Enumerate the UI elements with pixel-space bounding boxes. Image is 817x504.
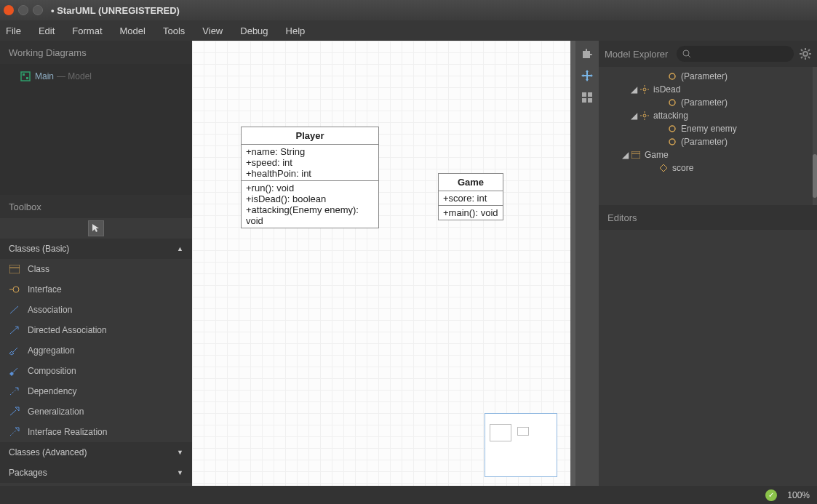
menu-help[interactable]: Help: [286, 25, 306, 36]
tree-node-icon: [639, 84, 650, 95]
status-ok-icon[interactable]: ✓: [765, 489, 777, 501]
svg-line-11: [10, 388, 17, 395]
minimap-shape: [517, 427, 529, 436]
toolbox-list-basic: Class Interface Association Directed Ass…: [0, 259, 192, 442]
svg-point-35: [669, 100, 675, 105]
toolbox-item-composition[interactable]: Composition: [0, 361, 192, 381]
tree-node-icon: [631, 150, 641, 160]
canvas-area[interactable]: Player +name: String +speed: int +health…: [192, 41, 575, 486]
tree-row[interactable]: ◢Game: [599, 148, 817, 161]
tree-node-icon: [667, 124, 677, 134]
toolbox-item-interface[interactable]: Interface: [0, 279, 192, 300]
tree-row[interactable]: (Parameter): [599, 135, 817, 148]
svg-point-18: [683, 50, 689, 56]
scrollbar[interactable]: [813, 67, 817, 205]
tree-node-icon: [658, 163, 669, 173]
class-icon: [9, 263, 20, 275]
side-toolbar: [575, 41, 599, 486]
zoom-level[interactable]: 100%: [787, 490, 810, 500]
model-explorer-tree[interactable]: (Parameter)◢isDead(Parameter)◢attackingE…: [599, 67, 817, 205]
svg-line-27: [808, 49, 810, 51]
svg-rect-43: [631, 151, 640, 159]
tree-row[interactable]: ◢isDead: [599, 83, 817, 96]
search-box[interactable]: [677, 46, 794, 62]
toolbox-item-aggregation[interactable]: Aggregation: [0, 340, 192, 361]
svg-rect-1: [23, 73, 25, 76]
chevron-down-icon: ▼: [177, 469, 183, 476]
toolbox-item-generalization[interactable]: Generalization: [0, 401, 192, 422]
diagram-icon: [20, 71, 31, 81]
svg-line-26: [808, 57, 810, 58]
maximize-icon[interactable]: [33, 5, 43, 15]
close-icon[interactable]: [4, 5, 14, 15]
menu-format[interactable]: Format: [72, 25, 102, 36]
tree-label: (Parameter): [681, 137, 728, 147]
chevron-down-icon: ▼: [177, 449, 183, 456]
toolbox-section-packages[interactable]: Packages ▼: [0, 463, 192, 483]
menu-debug[interactable]: Debug: [240, 25, 268, 36]
grid-button[interactable]: [578, 89, 596, 106]
toolbox-section-basic[interactable]: Classes (Basic) ▲: [0, 239, 192, 259]
menu-file[interactable]: File: [6, 25, 21, 36]
minimap-shape: [490, 424, 511, 441]
generalization-icon: [9, 406, 20, 417]
grid-icon: [582, 92, 592, 103]
svg-point-20: [803, 52, 808, 56]
tree-row[interactable]: ◢attacking: [599, 109, 817, 122]
tree-label: score: [672, 163, 693, 173]
cursor-tool[interactable]: [88, 220, 104, 236]
tree-row[interactable]: Enemy enemy: [599, 122, 817, 135]
editors-header: Editors: [599, 205, 817, 230]
navigate-button[interactable]: [578, 67, 596, 84]
working-diagrams-header: Working Diagrams: [0, 41, 192, 64]
search-input[interactable]: [691, 49, 788, 59]
tree-row[interactable]: (Parameter): [599, 96, 817, 109]
scrollbar-thumb[interactable]: [813, 154, 817, 198]
tree-label: attacking: [653, 111, 688, 121]
tree-node-icon: [639, 111, 650, 121]
toolbox-item-directed-association[interactable]: Directed Association: [0, 320, 192, 340]
menubar: File Edit Format Model Tools View Debug …: [0, 20, 817, 41]
uml-class-player[interactable]: Player +name: String +speed: int +health…: [241, 127, 379, 228]
svg-line-12: [10, 410, 16, 415]
right-pane: Model Explorer (Parameter)◢isDead(Parame…: [599, 41, 817, 486]
directed-association-icon: [9, 324, 20, 336]
menu-model[interactable]: Model: [120, 25, 146, 36]
aggregation-icon: [9, 345, 20, 356]
menu-tools[interactable]: Tools: [163, 25, 185, 36]
tree-row[interactable]: (Parameter): [599, 70, 817, 83]
uml-operations: +main(): void: [439, 206, 503, 220]
working-diagram-name: Main: [35, 71, 54, 81]
dependency-icon: [9, 385, 20, 397]
window-title: • StarUML (UNREGISTERED): [51, 5, 180, 16]
toolbox-item-interface-realization[interactable]: Interface Realization: [0, 422, 192, 442]
svg-rect-14: [582, 92, 586, 97]
menu-view[interactable]: View: [202, 25, 223, 36]
extension-button[interactable]: [578, 45, 596, 63]
chevron-up-icon: ▲: [177, 245, 183, 252]
association-icon: [9, 304, 20, 316]
minimize-icon[interactable]: [18, 5, 28, 15]
uml-class-game[interactable]: Game +score: int +main(): void: [438, 173, 503, 220]
svg-point-5: [13, 287, 19, 292]
search-icon: [682, 49, 690, 58]
toolbox-item-class[interactable]: Class: [0, 259, 192, 279]
menu-edit[interactable]: Edit: [39, 25, 55, 36]
toolbox-header: Toolbox: [0, 195, 192, 218]
svg-rect-2: [26, 77, 28, 79]
svg-point-41: [669, 126, 675, 132]
tree-node-icon: [667, 137, 677, 147]
diagram-canvas[interactable]: Player +name: String +speed: int +health…: [192, 41, 570, 486]
toolbox-item-association[interactable]: Association: [0, 300, 192, 320]
toolbox-section-advanced[interactable]: Classes (Advanced) ▼: [0, 442, 192, 463]
tree-caret-icon: ◢: [629, 84, 638, 95]
working-diagrams-list: Main — Model: [0, 64, 192, 195]
left-pane: Working Diagrams Main — Model Toolbox Cl…: [0, 41, 192, 486]
model-explorer-title: Model Explorer: [605, 49, 668, 60]
gear-icon[interactable]: [800, 48, 811, 60]
minimap[interactable]: [485, 413, 557, 477]
tree-row[interactable]: score: [599, 161, 817, 175]
working-diagram-item[interactable]: Main — Model: [0, 68, 192, 84]
uml-operations: +run(): void +isDead(): boolean +attacki…: [242, 181, 378, 228]
toolbox-item-dependency[interactable]: Dependency: [0, 381, 192, 401]
